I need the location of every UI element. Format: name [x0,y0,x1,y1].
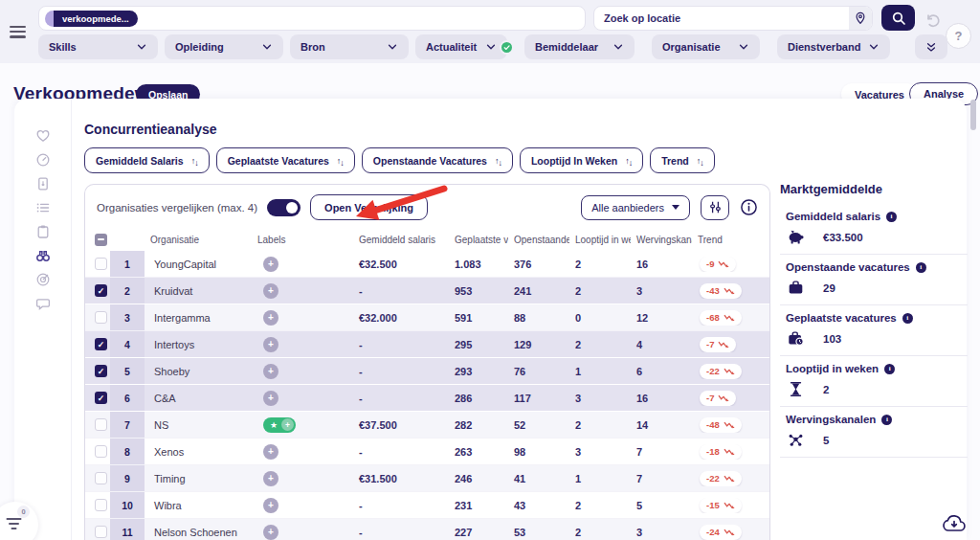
add-label-button[interactable]: + [263,364,278,379]
select-all-checkbox[interactable] [95,234,107,246]
add-label-button[interactable]: + [281,418,294,431]
chevron-down-icon [868,41,880,53]
info-icon[interactable] [740,198,758,216]
add-label-button[interactable]: + [263,310,278,326]
sidebar-document-icon[interactable] [35,176,51,191]
organisation-name: Xenos [145,446,252,458]
help-button[interactable]: ? [946,23,971,49]
organisation-name: Shoeby [145,366,252,377]
filter-chip-organisatie[interactable]: Organisatie [652,34,760,59]
row-checkbox[interactable] [95,499,107,511]
sidebar-clipboard-icon[interactable] [35,224,51,239]
filter-chip-dienstverband[interactable]: Dienstverband [777,34,890,59]
star-label-badge[interactable]: ★ + [263,417,296,433]
filter-chip-bemiddelaar[interactable]: Bemiddelaar [524,34,635,59]
search-input[interactable]: verkoopmede... [38,6,586,31]
open-vacancies-cell: 41 [508,473,569,484]
row-checkbox[interactable] [95,418,107,431]
add-label-button[interactable]: + [263,391,278,406]
filter-chip-actualiteit[interactable]: Actualiteit [415,34,507,59]
trend-cell: -9 [692,257,769,272]
duration-weeks-cell: 2 [569,419,631,431]
sort-button-trend[interactable]: Trend ↑↓ [650,147,715,173]
sort-button-gemiddeld-salaris[interactable]: Gemiddeld Salaris ↑↓ [84,147,210,173]
trend-down-icon [724,286,735,295]
row-checkbox[interactable] [95,526,107,538]
add-label-button[interactable]: + [263,471,278,486]
location-pin-icon[interactable] [849,7,872,30]
rank-cell: 10 [110,492,145,518]
scrollbar-thumb[interactable] [970,100,976,130]
sidebar-chat-icon[interactable] [35,296,51,311]
metric-value: 5 [823,435,829,446]
info-icon[interactable]: i [884,364,895,374]
open-vacancies-cell: 52 [508,419,569,431]
location-search-input[interactable]: Zoek op locatie [593,6,873,31]
row-checkbox[interactable] [95,472,107,484]
sidebar-heart-icon[interactable] [35,128,51,144]
sort-button-geplaatste-vacatures[interactable]: Geplaatste Vacatures ↑↓ [216,147,355,173]
info-icon[interactable]: i [881,415,892,425]
sidebar-binoculars-icon[interactable] [35,248,51,263]
labels-cell: + [252,364,353,379]
open-vacancies-cell: 98 [508,446,569,458]
double-chevron-down-icon [925,41,937,54]
funnel-icon [6,517,22,530]
trend-down-icon [718,394,729,402]
posted-vacancies-cell: 227 [449,527,508,538]
add-label-button[interactable]: + [263,257,278,272]
add-label-button[interactable]: + [263,283,278,299]
posted-vacancies-cell: 295 [449,339,508,350]
chevron-down-icon [612,41,624,53]
duration-weeks-cell: 2 [569,259,631,270]
filter-chip-bron[interactable]: Bron [290,34,409,59]
metric-label: Gemiddeld salaris [786,211,880,222]
posted-vacancies-cell: 1.083 [449,259,508,270]
row-checkbox[interactable] [95,445,107,458]
info-icon[interactable]: i [886,212,897,222]
trend-badge: -7 [700,391,736,406]
search-button[interactable] [881,5,915,31]
undo-icon[interactable] [924,11,943,30]
menu-icon[interactable] [10,26,26,38]
filter-chip-skills[interactable]: Skills [38,34,158,59]
row-checkbox[interactable]: ✓ [95,392,107,404]
row-checkbox[interactable]: ✓ [95,284,107,297]
search-term-tag[interactable]: verkoopmede... [45,11,138,27]
row-checkbox[interactable] [95,311,107,324]
row-checkbox[interactable]: ✓ [95,338,107,350]
filter-settings-button[interactable] [701,195,729,220]
sidebar-target-icon[interactable] [35,272,51,287]
trend-down-icon [724,313,735,322]
duration-weeks-cell: 2 [569,527,631,538]
metric-value: 29 [823,282,835,294]
salary-cell: - [353,500,449,511]
cloud-download-icon[interactable] [941,512,968,533]
add-label-button[interactable]: + [263,525,278,540]
trend-down-icon [724,420,735,429]
row-checkbox[interactable] [95,258,107,270]
star-icon: ★ [270,420,278,430]
posted-vacancies-cell: 953 [449,285,508,297]
info-icon[interactable]: i [902,313,913,324]
sidebar-list-icon[interactable] [35,200,51,215]
channels-cell: 5 [631,500,692,511]
sort-button-openstaande-vacatures[interactable]: Openstaande Vacatures ↑↓ [362,147,513,173]
more-filters-button[interactable] [915,34,947,59]
add-label-button[interactable]: + [263,444,278,460]
table-row: ✓ 4 Intertoys + - 295 129 2 4 -7 [85,331,769,358]
sort-button-looptijd-in-weken[interactable]: Looptijd In Weken ↑↓ [520,147,643,173]
trend-badge: -15 [700,498,742,513]
labels-cell: + [252,471,353,486]
filter-count-badge: 0 [17,506,30,518]
row-checkbox[interactable]: ✓ [95,365,107,377]
providers-dropdown[interactable]: Alle aanbieders [581,195,690,220]
add-label-button[interactable]: + [263,337,278,352]
add-label-button[interactable]: + [263,498,278,513]
sidebar-gauge-icon[interactable] [35,152,51,168]
compare-toggle[interactable] [267,199,301,216]
filter-chip-opleiding[interactable]: Opleiding [165,34,283,59]
open-comparison-button[interactable]: Open Vergelijking [310,194,428,220]
info-icon[interactable]: i [916,262,926,273]
table-row: ✓ 2 Kruidvat + - 953 241 2 3 -43 [85,278,769,304]
